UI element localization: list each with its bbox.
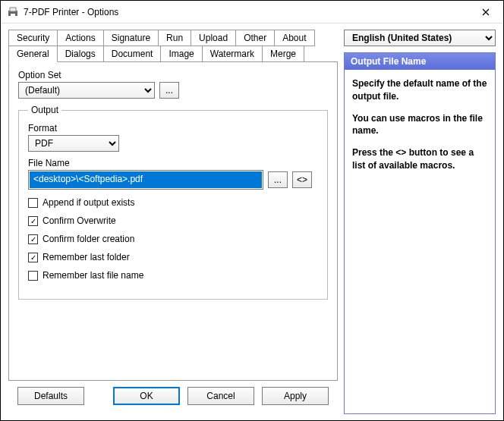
- help-title: Output File Name: [345, 53, 495, 70]
- option-set-label: Option Set: [18, 70, 328, 80]
- cancel-button[interactable]: Cancel: [187, 387, 254, 405]
- tab-image[interactable]: Image: [160, 46, 202, 62]
- checkbox-row: ✓Remember last folder: [28, 252, 318, 262]
- format-select[interactable]: PDF: [28, 135, 119, 152]
- checkbox[interactable]: ✓: [28, 216, 38, 226]
- tab-signature[interactable]: Signature: [103, 30, 159, 46]
- ok-button[interactable]: OK: [113, 387, 180, 405]
- tab-document[interactable]: Document: [103, 46, 162, 62]
- checkbox[interactable]: ✓: [28, 234, 38, 244]
- checkbox[interactable]: [28, 198, 38, 208]
- checkbox-row: Remember last file name: [28, 270, 318, 281]
- language-select[interactable]: English (United States): [344, 30, 496, 46]
- option-set-browse-button[interactable]: ...: [159, 82, 179, 99]
- svg-rect-2: [11, 14, 15, 17]
- tab-dialogs[interactable]: Dialogs: [57, 46, 104, 62]
- option-set-select[interactable]: (Default): [18, 82, 155, 99]
- tab-security[interactable]: Security: [8, 30, 58, 46]
- tab-panel-general: Option Set (Default) ... Output Format P…: [8, 61, 338, 381]
- close-button[interactable]: [468, 1, 503, 24]
- filename-input[interactable]: <desktop>\<Softpedia>.pdf: [30, 171, 262, 188]
- tab-other[interactable]: Other: [235, 30, 275, 46]
- format-label: Format: [28, 123, 318, 134]
- tab-control: SecurityActionsSignatureRunUploadOtherAb…: [8, 30, 338, 62]
- checkbox[interactable]: ✓: [28, 253, 38, 262]
- tab-watermark[interactable]: Watermark: [202, 46, 263, 62]
- svg-rect-1: [10, 8, 16, 11]
- filename-browse-button[interactable]: ...: [268, 171, 288, 188]
- tab-general[interactable]: General: [8, 46, 58, 62]
- help-text: Press the <> button to see a list of ava…: [352, 146, 487, 172]
- help-text: Specify the default name of the output f…: [352, 77, 487, 103]
- output-group: Output Format PDF File Name <desktop>\<S…: [18, 105, 328, 300]
- titlebar: 7-PDF Printer - Options: [1, 1, 503, 24]
- macro-button[interactable]: <>: [292, 171, 312, 188]
- checkbox-label: Append if output exists: [43, 197, 134, 208]
- help-text: You can use macros in the file name.: [352, 112, 487, 138]
- checkbox-row: ✓Confirm Overwrite: [28, 215, 318, 226]
- filename-label: File Name: [28, 158, 318, 168]
- tab-actions[interactable]: Actions: [57, 30, 103, 46]
- checkbox-row: Append if output exists: [28, 197, 318, 208]
- checkbox-label: Remember last file name: [43, 270, 143, 281]
- tab-about[interactable]: About: [274, 30, 314, 46]
- checkbox-label: Confirm Overwrite: [43, 215, 116, 226]
- help-panel: Output File Name Specify the default nam…: [344, 52, 496, 414]
- checkbox-row: ✓Confirm folder creation: [28, 234, 318, 244]
- checkbox-label: Confirm folder creation: [43, 234, 134, 244]
- tab-run[interactable]: Run: [158, 30, 191, 46]
- checkbox-label: Remember last folder: [43, 252, 130, 262]
- tab-upload[interactable]: Upload: [191, 30, 236, 46]
- output-legend: Output: [28, 105, 61, 115]
- tab-merge[interactable]: Merge: [262, 46, 304, 62]
- defaults-button[interactable]: Defaults: [17, 387, 84, 405]
- window-title: 7-PDF Printer - Options: [24, 7, 468, 17]
- apply-button[interactable]: Apply: [262, 387, 329, 405]
- app-icon: [7, 6, 19, 18]
- checkbox[interactable]: [28, 271, 38, 281]
